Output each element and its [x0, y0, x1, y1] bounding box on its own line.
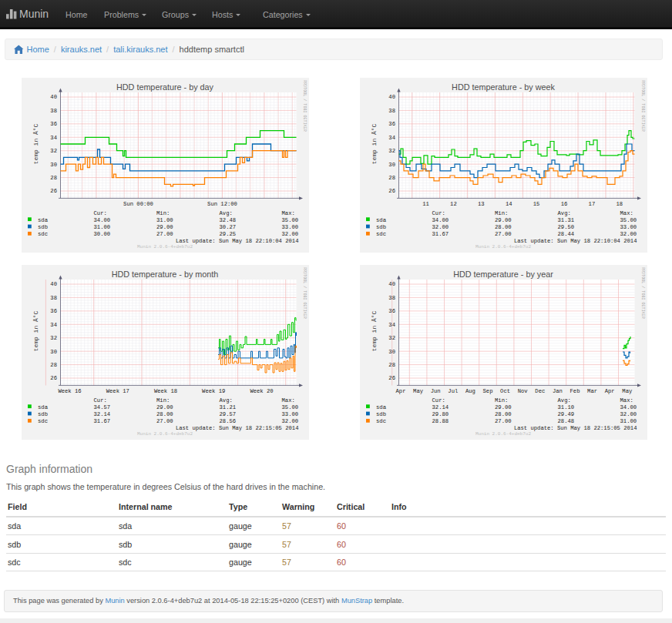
- svg-text:13: 13: [478, 201, 485, 207]
- svg-text:30.00: 30.00: [93, 231, 110, 237]
- svg-text:sda: sda: [38, 217, 49, 223]
- svg-text:RRDTOOL / TOBI OETIKER: RRDTOOL / TOBI OETIKER: [641, 267, 645, 319]
- svg-text:32.00: 32.00: [620, 411, 637, 417]
- svg-text:RRDTOOL / TOBI OETIKER: RRDTOOL / TOBI OETIKER: [303, 80, 307, 132]
- svg-text:31.31: 31.31: [558, 217, 575, 223]
- svg-text:Last update: Sun May 18 22:10:: Last update: Sun May 18 22:10:04 2014: [175, 238, 298, 244]
- svg-text:40: 40: [388, 281, 395, 287]
- svg-text:35.00: 35.00: [281, 217, 298, 223]
- svg-text:32.00: 32.00: [282, 418, 299, 424]
- svg-text:Aug: Aug: [465, 388, 475, 394]
- svg-text:32.48: 32.48: [219, 217, 236, 223]
- svg-text:28: 28: [388, 175, 395, 181]
- svg-text:Cur:: Cur:: [93, 210, 106, 216]
- svg-text:40: 40: [50, 94, 57, 100]
- svg-text:28.00: 28.00: [156, 411, 173, 417]
- svg-text:36: 36: [388, 121, 395, 127]
- svg-text:29.00: 29.00: [495, 404, 512, 410]
- svg-text:32.14: 32.14: [432, 404, 449, 410]
- svg-text:Munin 2.0.6-4+deb7u2: Munin 2.0.6-4+deb7u2: [475, 244, 531, 250]
- svg-text:HDD temperature - by day: HDD temperature - by day: [116, 82, 213, 92]
- svg-text:Feb: Feb: [570, 388, 580, 394]
- svg-text:28: 28: [388, 362, 395, 368]
- svg-text:May: May: [413, 388, 424, 394]
- svg-text:28: 28: [50, 362, 57, 368]
- svg-text:RRDTOOL / TOBI OETIKER: RRDTOOL / TOBI OETIKER: [303, 267, 307, 319]
- svg-text:28.88: 28.88: [432, 418, 449, 424]
- svg-text:32: 32: [50, 148, 57, 154]
- svg-text:27.00: 27.00: [156, 231, 173, 237]
- svg-text:31.00: 31.00: [156, 217, 173, 223]
- svg-text:30: 30: [388, 162, 395, 168]
- svg-text:Last update: Sun May 18 22:15:: Last update: Sun May 18 22:15:05 2014: [176, 425, 299, 431]
- svg-text:28: 28: [50, 175, 57, 181]
- svg-text:Week 19: Week 19: [202, 388, 225, 394]
- svg-text:31.00: 31.00: [93, 224, 110, 230]
- svg-text:32.00: 32.00: [432, 224, 449, 230]
- svg-text:28.56: 28.56: [220, 418, 237, 424]
- svg-text:28.00: 28.00: [495, 411, 512, 417]
- svg-text:sdb: sdb: [38, 224, 48, 230]
- svg-text:30.27: 30.27: [219, 224, 236, 230]
- svg-text:Dec: Dec: [535, 388, 545, 394]
- svg-text:Max:: Max:: [282, 397, 295, 404]
- svg-text:12: 12: [450, 201, 457, 207]
- svg-text:28.48: 28.48: [558, 418, 575, 424]
- svg-text:38: 38: [388, 108, 395, 114]
- svg-text:Week 17: Week 17: [106, 388, 129, 394]
- svg-text:38: 38: [50, 295, 57, 301]
- svg-text:Max:: Max:: [620, 210, 633, 216]
- svg-text:Week 16: Week 16: [58, 388, 81, 394]
- svg-text:sda: sda: [376, 404, 387, 410]
- svg-text:Cur:: Cur:: [432, 210, 445, 216]
- svg-text:Jan: Jan: [553, 388, 563, 394]
- svg-text:38: 38: [388, 295, 395, 301]
- svg-text:Munin 2.0.6-4+deb7u2: Munin 2.0.6-4+deb7u2: [475, 431, 531, 437]
- svg-text:31.67: 31.67: [94, 418, 111, 424]
- svg-text:28.44: 28.44: [558, 231, 575, 237]
- svg-text:31.67: 31.67: [432, 231, 449, 237]
- svg-text:29.00: 29.00: [495, 217, 512, 223]
- svg-text:sdb: sdb: [38, 411, 48, 417]
- svg-text:40: 40: [388, 94, 395, 100]
- svg-text:35.00: 35.00: [282, 404, 299, 410]
- svg-text:sda: sda: [38, 404, 49, 410]
- svg-text:Munin 2.0.6-4+deb7u2: Munin 2.0.6-4+deb7u2: [136, 244, 192, 250]
- svg-text:29.00: 29.00: [156, 404, 173, 410]
- svg-text:34: 34: [388, 135, 395, 141]
- svg-text:36: 36: [50, 121, 57, 127]
- svg-text:30: 30: [50, 349, 57, 355]
- svg-text:29.00: 29.00: [156, 224, 173, 230]
- svg-text:Avg:: Avg:: [220, 397, 233, 404]
- svg-text:30: 30: [50, 162, 57, 168]
- svg-text:Week 20: Week 20: [250, 388, 273, 394]
- svg-text:sdb: sdb: [376, 224, 386, 230]
- svg-text:32.00: 32.00: [281, 231, 298, 237]
- svg-text:sdc: sdc: [38, 418, 48, 424]
- svg-text:RRDTOOL / TOBI OETIKER: RRDTOOL / TOBI OETIKER: [641, 80, 645, 132]
- svg-text:HDD temperature - by week: HDD temperature - by week: [452, 82, 555, 92]
- svg-text:11: 11: [422, 201, 429, 207]
- svg-text:Avg:: Avg:: [558, 397, 571, 404]
- svg-text:27.00: 27.00: [495, 418, 512, 424]
- svg-text:Sun 00:00: Sun 00:00: [123, 201, 153, 207]
- svg-text:Week 18: Week 18: [154, 388, 177, 394]
- svg-text:Munin 2.0.6-4+deb7u2: Munin 2.0.6-4+deb7u2: [137, 431, 193, 437]
- svg-text:29.80: 29.80: [432, 411, 449, 417]
- svg-text:30: 30: [388, 349, 395, 355]
- svg-text:sdc: sdc: [376, 231, 386, 237]
- svg-text:33.00: 33.00: [281, 224, 298, 230]
- svg-text:Apr: Apr: [396, 388, 406, 394]
- svg-text:32: 32: [388, 148, 395, 154]
- svg-text:Avg:: Avg:: [558, 210, 571, 216]
- svg-text:29.25: 29.25: [219, 231, 236, 237]
- svg-text:Jun: Jun: [431, 388, 441, 394]
- svg-text:Max:: Max:: [620, 397, 633, 404]
- svg-text:34: 34: [50, 135, 57, 141]
- svg-text:32.00: 32.00: [620, 231, 637, 237]
- svg-text:temp in Â°C: temp in Â°C: [32, 123, 39, 164]
- svg-text:Min:: Min:: [495, 210, 508, 216]
- svg-text:26: 26: [50, 375, 57, 381]
- svg-text:sdc: sdc: [38, 231, 48, 237]
- svg-text:36: 36: [50, 308, 57, 314]
